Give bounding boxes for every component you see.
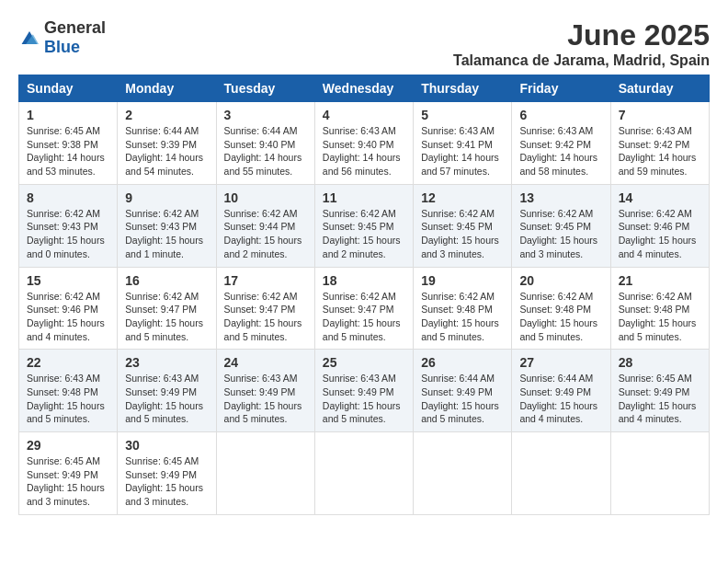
table-row: [216, 432, 314, 515]
location-title: Talamanca de Jarama, Madrid, Spain: [453, 52, 710, 69]
day-info: Sunrise: 6:42 AMSunset: 9:43 PMDaylight:…: [125, 207, 208, 261]
table-row: 21Sunrise: 6:42 AMSunset: 9:48 PMDayligh…: [610, 267, 709, 350]
day-info: Sunrise: 6:44 AMSunset: 9:49 PMDaylight:…: [421, 372, 504, 426]
header-thursday: Thursday: [414, 75, 512, 102]
logo-icon: [18, 29, 40, 47]
table-row: 25Sunrise: 6:43 AMSunset: 9:49 PMDayligh…: [314, 350, 413, 432]
day-number: 14: [619, 190, 701, 205]
table-row: 16Sunrise: 6:42 AMSunset: 9:47 PMDayligh…: [118, 267, 216, 350]
day-info: Sunrise: 6:42 AMSunset: 9:47 PMDaylight:…: [224, 290, 307, 344]
week-row-4: 22Sunrise: 6:43 AMSunset: 9:48 PMDayligh…: [19, 350, 710, 432]
table-row: 1Sunrise: 6:45 AMSunset: 9:38 PMDaylight…: [19, 102, 118, 185]
day-info: Sunrise: 6:42 AMSunset: 9:47 PMDaylight:…: [125, 290, 208, 344]
day-info: Sunrise: 6:43 AMSunset: 9:49 PMDaylight:…: [224, 372, 307, 426]
day-number: 28: [619, 355, 701, 370]
table-row: 2Sunrise: 6:44 AMSunset: 9:39 PMDaylight…: [118, 102, 216, 185]
day-info: Sunrise: 6:43 AMSunset: 9:49 PMDaylight:…: [125, 372, 208, 426]
day-info: Sunrise: 6:42 AMSunset: 9:45 PMDaylight:…: [421, 207, 504, 261]
day-number: 8: [27, 190, 109, 205]
day-info: Sunrise: 6:43 AMSunset: 9:49 PMDaylight:…: [323, 372, 405, 426]
table-row: 29Sunrise: 6:45 AMSunset: 9:49 PMDayligh…: [19, 432, 118, 515]
header-saturday: Saturday: [610, 75, 709, 102]
day-number: 12: [421, 190, 504, 205]
day-number: 27: [519, 355, 602, 370]
day-number: 1: [27, 108, 109, 122]
day-number: 11: [323, 190, 405, 205]
logo: General Blue: [18, 18, 106, 57]
header-wednesday: Wednesday: [314, 75, 413, 102]
day-info: Sunrise: 6:42 AMSunset: 9:48 PMDaylight:…: [519, 290, 602, 344]
table-row: 14Sunrise: 6:42 AMSunset: 9:46 PMDayligh…: [610, 184, 709, 267]
day-number: 4: [323, 108, 405, 122]
title-area: June 2025 Talamanca de Jarama, Madrid, S…: [453, 18, 710, 69]
day-number: 25: [323, 355, 405, 370]
day-info: Sunrise: 6:45 AMSunset: 9:49 PMDaylight:…: [125, 454, 208, 509]
header-monday: Monday: [118, 75, 216, 102]
table-row: 11Sunrise: 6:42 AMSunset: 9:45 PMDayligh…: [314, 184, 413, 267]
day-info: Sunrise: 6:42 AMSunset: 9:48 PMDaylight:…: [421, 290, 504, 344]
day-number: 13: [519, 190, 602, 205]
day-number: 21: [619, 273, 701, 288]
day-number: 24: [224, 355, 307, 370]
day-number: 3: [224, 108, 307, 122]
logo-general: General: [44, 18, 106, 37]
day-info: Sunrise: 6:43 AMSunset: 9:41 PMDaylight:…: [421, 124, 504, 178]
day-info: Sunrise: 6:45 AMSunset: 9:38 PMDaylight:…: [27, 124, 109, 178]
header-tuesday: Tuesday: [216, 75, 314, 102]
day-info: Sunrise: 6:42 AMSunset: 9:47 PMDaylight:…: [323, 290, 405, 344]
month-title: June 2025: [453, 18, 710, 52]
table-row: 18Sunrise: 6:42 AMSunset: 9:47 PMDayligh…: [314, 267, 413, 350]
day-info: Sunrise: 6:44 AMSunset: 9:40 PMDaylight:…: [224, 124, 307, 178]
day-info: Sunrise: 6:43 AMSunset: 9:42 PMDaylight:…: [619, 124, 701, 178]
table-row: 7Sunrise: 6:43 AMSunset: 9:42 PMDaylight…: [610, 102, 709, 185]
day-number: 9: [125, 190, 208, 205]
header-friday: Friday: [512, 75, 610, 102]
day-number: 16: [125, 273, 208, 288]
day-number: 22: [27, 355, 109, 370]
day-info: Sunrise: 6:43 AMSunset: 9:40 PMDaylight:…: [323, 124, 405, 178]
week-row-2: 8Sunrise: 6:42 AMSunset: 9:43 PMDaylight…: [19, 184, 710, 267]
table-row: 23Sunrise: 6:43 AMSunset: 9:49 PMDayligh…: [118, 350, 216, 432]
day-number: 23: [125, 355, 208, 370]
day-info: Sunrise: 6:42 AMSunset: 9:45 PMDaylight:…: [323, 207, 405, 261]
day-info: Sunrise: 6:42 AMSunset: 9:45 PMDaylight:…: [519, 207, 602, 261]
table-row: 26Sunrise: 6:44 AMSunset: 9:49 PMDayligh…: [414, 350, 512, 432]
day-info: Sunrise: 6:43 AMSunset: 9:48 PMDaylight:…: [27, 372, 109, 426]
header-sunday: Sunday: [19, 75, 118, 102]
day-info: Sunrise: 6:45 AMSunset: 9:49 PMDaylight:…: [619, 372, 701, 426]
day-info: Sunrise: 6:44 AMSunset: 9:49 PMDaylight:…: [519, 372, 602, 426]
day-number: 5: [421, 108, 504, 122]
day-number: 2: [125, 108, 208, 122]
week-row-5: 29Sunrise: 6:45 AMSunset: 9:49 PMDayligh…: [19, 432, 710, 515]
day-number: 10: [224, 190, 307, 205]
day-number: 6: [519, 108, 602, 122]
table-row: 19Sunrise: 6:42 AMSunset: 9:48 PMDayligh…: [414, 267, 512, 350]
table-row: 3Sunrise: 6:44 AMSunset: 9:40 PMDaylight…: [216, 102, 314, 185]
calendar: Sunday Monday Tuesday Wednesday Thursday…: [18, 75, 710, 515]
table-row: 15Sunrise: 6:42 AMSunset: 9:46 PMDayligh…: [19, 267, 118, 350]
day-info: Sunrise: 6:45 AMSunset: 9:49 PMDaylight:…: [27, 454, 109, 509]
weekday-header-row: Sunday Monday Tuesday Wednesday Thursday…: [19, 75, 710, 102]
day-info: Sunrise: 6:42 AMSunset: 9:44 PMDaylight:…: [224, 207, 307, 261]
day-info: Sunrise: 6:42 AMSunset: 9:43 PMDaylight:…: [27, 207, 109, 261]
day-number: 30: [125, 438, 208, 453]
logo-text: General Blue: [44, 18, 106, 57]
table-row: 10Sunrise: 6:42 AMSunset: 9:44 PMDayligh…: [216, 184, 314, 267]
day-number: 18: [323, 273, 405, 288]
day-info: Sunrise: 6:43 AMSunset: 9:42 PMDaylight:…: [519, 124, 602, 178]
week-row-1: 1Sunrise: 6:45 AMSunset: 9:38 PMDaylight…: [19, 102, 710, 185]
table-row: 28Sunrise: 6:45 AMSunset: 9:49 PMDayligh…: [610, 350, 709, 432]
table-row: 20Sunrise: 6:42 AMSunset: 9:48 PMDayligh…: [512, 267, 610, 350]
table-row: 12Sunrise: 6:42 AMSunset: 9:45 PMDayligh…: [414, 184, 512, 267]
table-row: 9Sunrise: 6:42 AMSunset: 9:43 PMDaylight…: [118, 184, 216, 267]
day-info: Sunrise: 6:44 AMSunset: 9:39 PMDaylight:…: [125, 124, 208, 178]
header: General Blue June 2025 Talamanca de Jara…: [18, 18, 710, 69]
table-row: 8Sunrise: 6:42 AMSunset: 9:43 PMDaylight…: [19, 184, 118, 267]
day-number: 7: [619, 108, 701, 122]
table-row: 30Sunrise: 6:45 AMSunset: 9:49 PMDayligh…: [118, 432, 216, 515]
table-row: [414, 432, 512, 515]
day-number: 15: [27, 273, 109, 288]
table-row: [314, 432, 413, 515]
day-number: 20: [519, 273, 602, 288]
day-info: Sunrise: 6:42 AMSunset: 9:46 PMDaylight:…: [27, 290, 109, 344]
